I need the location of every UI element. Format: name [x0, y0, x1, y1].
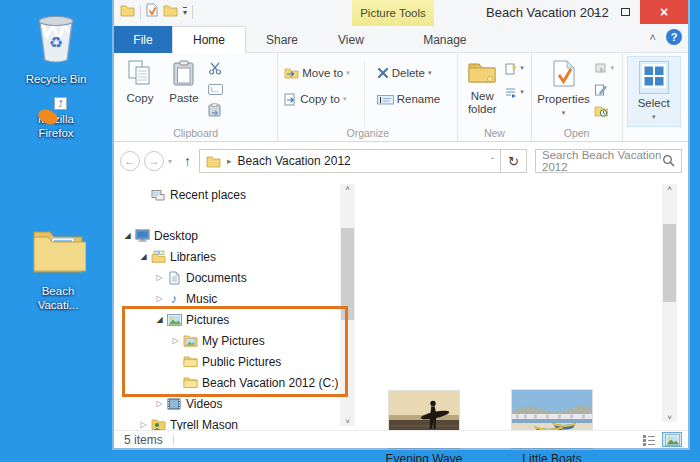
scroll-down-icon[interactable]: ˅	[345, 417, 350, 426]
group-organize: Move to▾ Copy to▾ Delete▾ Rename Organiz…	[278, 53, 458, 141]
location-folder-icon	[206, 155, 221, 168]
cut-button[interactable]	[208, 60, 223, 76]
desktop-icon	[133, 229, 151, 242]
group-select: Select ▾	[623, 53, 688, 141]
pictures-icon	[165, 314, 183, 326]
videos-icon	[165, 398, 183, 410]
folder-qat-icon[interactable]	[120, 3, 135, 21]
tab-file[interactable]: File	[114, 26, 172, 53]
properties-qat-icon[interactable]	[146, 3, 158, 21]
close-button[interactable]: ×	[640, 0, 688, 24]
file-label: Evening Wave Rider	[374, 452, 474, 462]
minimize-ribbon-icon[interactable]: ˄	[650, 31, 656, 43]
properties-button[interactable]: Properties ▾	[536, 56, 592, 127]
my-pictures-icon	[181, 334, 199, 347]
customize-qat-icon[interactable]: ▾	[183, 7, 187, 17]
beach-folder-icon	[30, 224, 86, 280]
nav-item-public-pictures[interactable]: Public Pictures	[114, 351, 340, 372]
nav-item-videos[interactable]: ▷Videos	[114, 393, 340, 414]
expand-toggle-icon[interactable]: ▷	[138, 420, 149, 429]
paste-button[interactable]: Paste	[162, 56, 206, 127]
expand-toggle-icon[interactable]: ◢	[122, 231, 133, 240]
nav-item-recent-places[interactable]: Recent places	[114, 184, 340, 205]
ribbon-tab-row: File Home Share View Manage	[114, 26, 688, 53]
group-clipboard: Copy Paste \... Clipboard	[114, 53, 278, 141]
desktop-icon-label: Recycle Bin	[26, 72, 87, 86]
nav-item-label: Tyrell Mason	[170, 418, 238, 431]
tab-view[interactable]: View	[318, 26, 384, 53]
nav-item-my-pictures[interactable]: ▷My Pictures	[114, 330, 340, 351]
breadcrumb-location[interactable]: Beach Vacation 2012	[238, 154, 351, 168]
rename-button[interactable]: Rename	[377, 91, 440, 107]
expand-toggle-icon[interactable]: ▷	[154, 273, 165, 282]
expand-toggle-icon[interactable]: ▷	[154, 399, 165, 408]
content-scrollbar[interactable]: ˄ ˅	[662, 184, 677, 422]
title-bar: ▾ Picture Tools Beach Vacation 2012 – ×	[114, 0, 688, 26]
address-box[interactable]: ▸ Beach Vacation 2012 ˇ	[199, 149, 501, 173]
picture-tools-contextual-tab[interactable]: Picture Tools	[352, 0, 434, 26]
nav-item-label: Recent places	[170, 188, 246, 202]
select-icon	[639, 61, 669, 94]
details-view-button[interactable]	[639, 432, 659, 447]
tab-home[interactable]: Home	[172, 26, 246, 53]
nav-item-music[interactable]: ▷♪Music	[114, 288, 340, 309]
scroll-down-icon[interactable]: ˅	[667, 413, 672, 422]
quick-access-toolbar: ▾	[120, 3, 193, 21]
open-button[interactable]: ▾	[594, 60, 615, 76]
nav-item-label: Videos	[186, 397, 222, 411]
nav-item-pictures[interactable]: ◢Pictures	[114, 309, 340, 330]
select-button[interactable]: Select ▾	[627, 56, 681, 127]
edit-button[interactable]	[594, 81, 615, 97]
refresh-button[interactable]: ↻	[501, 149, 527, 173]
paste-icon	[173, 60, 195, 89]
paste-shortcut-button[interactable]	[208, 102, 223, 118]
expand-toggle-icon[interactable]: ▷	[170, 336, 181, 345]
desktop-icon-recycle-bin[interactable]: ♻ Recycle Bin	[10, 10, 102, 86]
file-item-little-boats[interactable]: Little Boats	[494, 386, 610, 462]
help-icon[interactable]: ?	[666, 29, 682, 45]
main-area: Recent places◢Desktop◢Libraries▷Document…	[114, 180, 688, 430]
copy-to-button[interactable]: Copy to▾	[284, 91, 349, 107]
nav-item-tyrell-mason[interactable]: ▷Tyrell Mason	[114, 414, 340, 430]
desktop-icon-label: Beach Vacati...	[22, 284, 94, 313]
search-input[interactable]: Search Beach Vacation 2012	[535, 149, 682, 173]
address-dropdown-icon[interactable]: ˇ	[491, 156, 494, 166]
nav-item-beach-vacation-2012-c[interactable]: Beach Vacation 2012 (C:)	[114, 372, 340, 393]
scroll-up-icon[interactable]: ˄	[345, 184, 350, 193]
recent-locations-icon[interactable]: ▾	[168, 157, 172, 166]
back-icon[interactable]: ←	[120, 151, 140, 171]
nav-item-label: Beach Vacation 2012 (C:)	[202, 376, 339, 390]
scrollbar-thumb[interactable]	[341, 228, 354, 320]
scroll-up-icon[interactable]: ˄	[667, 184, 672, 193]
up-icon[interactable]: ↑	[184, 153, 191, 169]
expand-toggle-icon[interactable]: ◢	[154, 315, 165, 324]
tab-share[interactable]: Share	[246, 26, 318, 53]
expand-toggle-icon[interactable]: ▷	[154, 294, 165, 303]
expand-toggle-icon[interactable]: ◢	[138, 252, 149, 261]
nav-item-documents[interactable]: ▷Documents	[114, 267, 340, 288]
nav-item-libraries[interactable]: ◢Libraries	[114, 246, 340, 267]
desktop-icon-beach-folder[interactable]: Beach Vacati...	[12, 224, 104, 313]
group-open: Properties ▾ ▾ Open	[532, 53, 623, 141]
new-folder-qat-icon[interactable]	[163, 3, 178, 21]
new-item-button[interactable]: ▾	[504, 60, 524, 76]
history-button[interactable]	[594, 102, 615, 118]
move-to-button[interactable]: Move to▾	[284, 65, 349, 81]
navigation-scrollbar[interactable]: ˄ ˅	[340, 184, 355, 426]
file-item-evening-wave-rider[interactable]: Evening Wave Rider	[366, 386, 482, 462]
desktop-icon-firefox[interactable]: ⤴ Mozilla Firefox	[10, 108, 102, 141]
scrollbar-thumb[interactable]	[663, 224, 676, 302]
forward-icon[interactable]: →	[144, 151, 164, 171]
delete-button[interactable]: Delete▾	[377, 65, 440, 81]
svg-text:♻: ♻	[49, 34, 63, 51]
tab-manage[interactable]: Manage	[404, 26, 486, 53]
maximize-button[interactable]	[611, 0, 640, 24]
easy-access-button[interactable]: ▾	[504, 84, 524, 100]
new-folder-button[interactable]: New folder	[462, 56, 502, 127]
copy-button[interactable]: Copy	[118, 56, 162, 127]
copy-path-button[interactable]: \...	[208, 81, 223, 97]
nav-item-desktop[interactable]: ◢Desktop	[114, 225, 340, 246]
large-icons-view-button[interactable]	[662, 432, 682, 447]
minimize-button[interactable]: –	[582, 0, 611, 24]
svg-text:\...: \...	[211, 86, 219, 93]
